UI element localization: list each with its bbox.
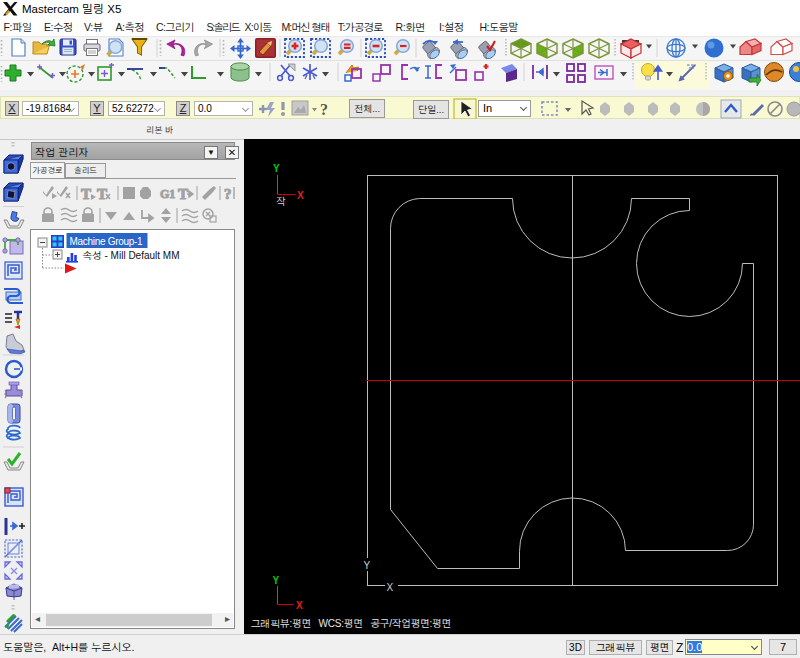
svg-text:G1: G1 <box>160 187 175 201</box>
svg-text:?: ? <box>320 101 328 118</box>
svg-text:Y: Y <box>273 575 280 586</box>
svg-text:X: X <box>387 582 394 593</box>
svg-text:Y: Y <box>364 560 371 571</box>
svg-text:Y: Y <box>273 163 280 174</box>
svg-text:속성 - Mill Default MM: 속성 - Mill Default MM <box>83 250 180 261</box>
svg-text:작: 작 <box>276 196 286 207</box>
svg-text:T: T <box>178 186 188 202</box>
svg-text:T: T <box>97 186 107 202</box>
svg-text:Machine Group-1: Machine Group-1 <box>70 236 143 247</box>
svg-text:X: X <box>297 190 304 201</box>
svg-text:X: X <box>296 600 303 611</box>
svg-text:그래픽뷰:평면 WCS:평면 공구/작업평면:평면: 그래픽뷰:평면 WCS:평면 공구/작업평면:평면 <box>251 618 451 629</box>
svg-text:T: T <box>81 186 91 202</box>
svg-text:?: ? <box>224 186 232 202</box>
